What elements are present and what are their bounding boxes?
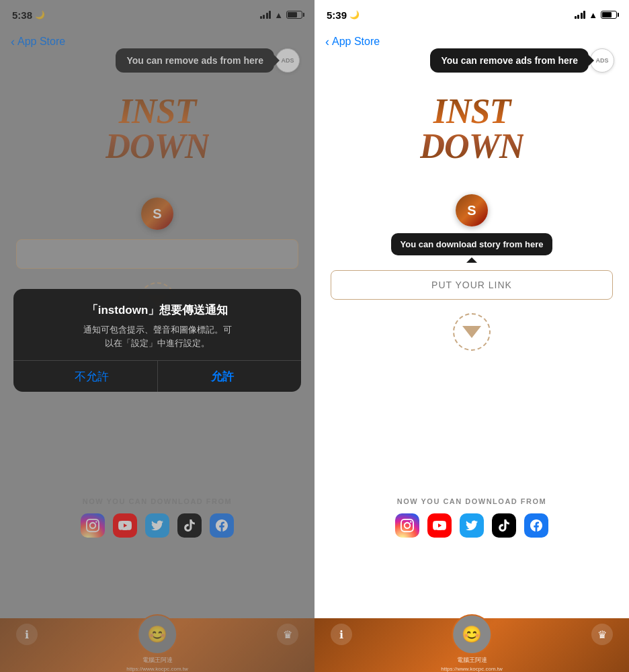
right-back-button[interactable]: ‹ App Store [325,35,380,49]
story-tooltip-container: S You can download story from here [391,194,553,255]
right-platform-icons-row [395,513,548,538]
story-tooltip-arrow [466,257,477,263]
right-ads-label: ADS [595,57,608,64]
right-app-content: INST DOWN S You can download story from … [314,54,629,618]
right-story-circle[interactable]: S [456,194,488,226]
right-link-input-container [331,270,613,300]
right-link-input[interactable] [331,270,613,300]
right-instagram-icon[interactable] [395,513,419,538]
right-tiktok-icon[interactable] [492,513,516,538]
right-status-time: 5:39 🌙 [327,9,360,21]
right-ads-tooltip: You can remove ads from here [430,48,589,73]
right-bottom-bar: ℹ 😊 電腦王阿達 https://www.kocpc.com.tw ♛ [314,618,629,672]
right-wifi-icon: ▲ [589,10,597,20]
right-facebook-icon[interactable] [524,513,548,538]
right-triangle-down-icon [462,326,481,338]
right-download-button-wrapper [453,313,491,351]
right-logo: INST DOWN [420,94,524,164]
right-signal-icon [575,11,586,19]
notification-dialog: 「instdown」想要傳送通知 通知可包含提示、聲音和圖像標記。可以在「設定」… [13,289,301,392]
dialog-body: 通知可包含提示、聲音和圖像標記。可以在「設定」中進行設定。 [27,323,288,349]
right-crown-icon[interactable]: ♛ [591,624,613,645]
right-info-icon[interactable]: ℹ [331,624,352,645]
right-chevron-left-icon: ‹ [325,35,329,49]
right-watermark-avatar: 😊 [452,614,492,655]
right-status-bar: 5:39 🌙 ▲ [314,0,629,30]
right-phone-panel: 5:39 🌙 ▲ ‹ App Store ADS You can remove [314,0,629,672]
moon-icon-right: 🌙 [349,10,360,19]
right-platforms-label: NOW YOU CAN DOWNLOAD FROM [397,497,546,505]
right-platforms-section: NOW YOU CAN DOWNLOAD FROM [314,497,629,538]
deny-button[interactable]: 不允許 [27,361,158,392]
right-watermark: 😊 電腦王阿達 https://www.kocpc.com.tw [441,614,503,672]
allow-button[interactable]: 允許 [158,361,288,392]
right-story-area: S You can download story from here [331,194,613,259]
right-status-icons: ▲ [575,10,617,20]
left-phone-panel: 5:38 🌙 ▲ ‹ App Store ADS You can remove [0,0,314,672]
dialog-buttons: 不允許 允許 [27,361,288,392]
right-logo-text: INST DOWN [420,94,524,164]
right-youtube-icon[interactable] [427,513,452,538]
right-download-button[interactable] [453,313,491,351]
dialog-title: 「instdown」想要傳送通知 [27,302,288,318]
right-back-label: App Store [332,36,380,48]
story-tooltip: You can download story from here [391,233,553,255]
right-battery-icon [601,11,617,19]
right-twitter-icon[interactable] [460,513,484,538]
